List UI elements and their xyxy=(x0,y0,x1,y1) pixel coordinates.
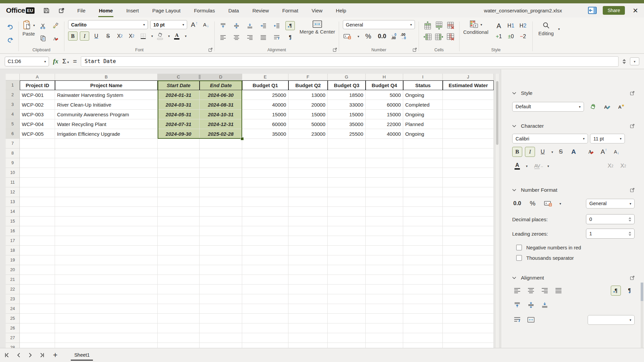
add-decimal-icon[interactable]: .00→0 xyxy=(401,33,406,40)
share-button[interactable]: Share xyxy=(603,6,625,15)
cell-G27[interactable] xyxy=(328,333,366,343)
row-header-10[interactable]: 10 xyxy=(6,168,20,178)
sum-icon[interactable]: Σ▾ xyxy=(62,58,69,65)
insert-row-below-icon[interactable] xyxy=(434,21,444,30)
cell-B25[interactable] xyxy=(55,314,158,323)
cell-H16[interactable] xyxy=(366,226,403,236)
cell-H3[interactable]: 60000 xyxy=(366,100,403,110)
character-spacing-caret[interactable]: ▾ xyxy=(547,164,549,168)
cell-C14[interactable] xyxy=(158,207,200,217)
cell-A19[interactable] xyxy=(20,255,55,265)
character-spacing-icon[interactable]: AV↔ xyxy=(534,161,544,171)
cell-E4[interactable]: 15000 xyxy=(242,110,288,119)
row-header-12[interactable]: 12 xyxy=(6,187,20,197)
thousands-separator-checkbox[interactable] xyxy=(516,255,522,261)
cell-D9[interactable] xyxy=(200,158,242,168)
sidebar-currency-format-icon[interactable] xyxy=(543,198,553,208)
vertical-scrollbar[interactable] xyxy=(495,74,499,348)
cell-F18[interactable] xyxy=(288,246,328,255)
add-sheet-icon[interactable]: + xyxy=(53,351,57,359)
cell-G20[interactable] xyxy=(328,265,366,275)
cell-J14[interactable] xyxy=(443,207,494,217)
sheet-tab-sheet1[interactable]: Sheet1 xyxy=(71,350,93,361)
cell-H7[interactable] xyxy=(366,139,403,148)
cell-D4[interactable]: 2024-10-31 xyxy=(200,110,242,119)
cell-F8[interactable] xyxy=(288,148,328,158)
cell-F13[interactable] xyxy=(288,197,328,207)
good-style-button[interactable]: +1 xyxy=(494,32,503,41)
cell-D12[interactable] xyxy=(200,187,242,197)
shrink-font-icon[interactable]: A↓ xyxy=(201,20,211,29)
paste-dropdown-caret[interactable]: ▾ xyxy=(33,23,35,27)
cell-A22[interactable] xyxy=(20,285,55,294)
alignment-expand-sidebar-icon[interactable] xyxy=(630,276,635,280)
cell-D17[interactable] xyxy=(200,236,242,246)
cell-I2[interactable]: Ongoing xyxy=(403,90,443,100)
sidebar-subscript-button[interactable]: X2 xyxy=(618,161,628,171)
cell-J23[interactable] xyxy=(443,294,494,304)
text-orientation-select[interactable]: ▾ xyxy=(588,315,635,325)
cell-B14[interactable] xyxy=(55,207,158,217)
cell-B8[interactable] xyxy=(55,148,158,158)
cell-I22[interactable] xyxy=(403,285,443,294)
cell-E1[interactable]: Budget Q1 xyxy=(242,80,288,90)
update-style-icon[interactable]: A xyxy=(602,102,612,112)
format-painter-icon[interactable] xyxy=(51,21,60,31)
cell-G23[interactable] xyxy=(328,294,366,304)
cell-G15[interactable] xyxy=(328,217,366,226)
decimal-places-stepper[interactable]: 0 xyxy=(586,214,635,224)
cell-I10[interactable] xyxy=(403,168,443,178)
cell-C4[interactable]: 2024-05-31 xyxy=(158,110,200,119)
save-icon[interactable] xyxy=(43,7,50,14)
cell-E13[interactable] xyxy=(242,197,288,207)
superscript-button[interactable]: X2 xyxy=(127,32,136,41)
column-header-E[interactable]: E xyxy=(242,74,288,80)
cell-I20[interactable] xyxy=(403,265,443,275)
menu-item-insert[interactable]: Insert xyxy=(125,6,140,15)
cell-I17[interactable] xyxy=(403,236,443,246)
cell-D3[interactable]: 2024-08-31 xyxy=(200,100,242,110)
sidebar-justify-icon[interactable] xyxy=(553,286,564,296)
cell-G17[interactable] xyxy=(328,236,366,246)
formula-scroll-down-icon[interactable] xyxy=(623,62,626,64)
cell-E23[interactable] xyxy=(242,294,288,304)
cell-I5[interactable]: Planned xyxy=(403,119,443,129)
align-top-icon[interactable] xyxy=(218,21,228,30)
cell-A28[interactable] xyxy=(20,343,55,348)
insert-column-left-icon[interactable] xyxy=(423,32,433,41)
sidebar-strikethrough-button[interactable]: S xyxy=(556,147,566,157)
cell-G22[interactable] xyxy=(328,285,366,294)
cell-B13[interactable] xyxy=(55,197,158,207)
cell-D22[interactable] xyxy=(200,285,242,294)
cut-icon[interactable] xyxy=(38,21,48,31)
row-header-28[interactable]: 28 xyxy=(6,343,20,348)
cell-J27[interactable] xyxy=(443,333,494,343)
cell-J24[interactable] xyxy=(443,304,494,314)
cell-E7[interactable] xyxy=(242,139,288,148)
sidebar-align-center-vertical-icon[interactable] xyxy=(526,300,536,310)
cell-G3[interactable]: 33000 xyxy=(328,100,366,110)
delete-row-icon[interactable] xyxy=(445,21,455,30)
cell-F19[interactable] xyxy=(288,255,328,265)
align-right-icon[interactable] xyxy=(245,33,255,42)
neutral-style-button[interactable]: ±0 xyxy=(506,32,516,41)
row-header-26[interactable]: 26 xyxy=(6,323,20,333)
sidebar-align-right-icon[interactable] xyxy=(540,286,550,296)
cell-G9[interactable] xyxy=(328,158,366,168)
cell-D28[interactable] xyxy=(200,343,242,348)
cell-B17[interactable] xyxy=(55,236,158,246)
font-color-button[interactable]: A xyxy=(172,32,181,41)
cell-A15[interactable] xyxy=(20,217,55,226)
sidebar-ltr-button[interactable]: ¶ xyxy=(611,286,621,296)
select-all-corner[interactable] xyxy=(6,74,20,80)
delete-decimal-icon[interactable]: ←0.00 xyxy=(391,33,396,40)
column-header-C[interactable]: C xyxy=(158,74,200,80)
increase-indent-icon[interactable] xyxy=(259,21,268,30)
cell-H5[interactable]: 22000 xyxy=(366,119,403,129)
menu-item-file[interactable]: File xyxy=(77,6,86,15)
row-header-24[interactable]: 24 xyxy=(6,304,20,314)
cell-J26[interactable] xyxy=(443,323,494,333)
cell-E8[interactable] xyxy=(242,148,288,158)
cell-I19[interactable] xyxy=(403,255,443,265)
cell-G8[interactable] xyxy=(328,148,366,158)
